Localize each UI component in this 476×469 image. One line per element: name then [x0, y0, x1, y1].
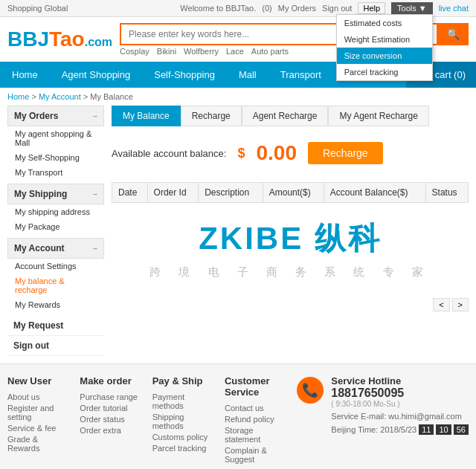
table-row-watermark: ZKIBE 纵科 跨 境 电 子 商 务 系 统 专 家	[112, 203, 469, 295]
table-pagination: < >	[112, 298, 469, 311]
col-date: Date	[112, 183, 148, 203]
footer-shipping-methods[interactable]: Shipping methods	[152, 413, 217, 430]
service-hotline-title: Service Hotline	[331, 375, 469, 386]
sidebar-link-self-shopping[interactable]: My Self-Shopping	[7, 150, 104, 165]
watermark-cn: 跨 境 电 子 商 务 系 统 专 家	[112, 265, 469, 279]
sidebar-title-account[interactable]: My Account −	[7, 238, 104, 259]
footer-order-extra[interactable]: Order extra	[80, 426, 144, 435]
footer-contact-us[interactable]: Contact us	[225, 404, 289, 413]
footer-parcel-tracking[interactable]: Parcel tracking	[152, 444, 217, 453]
welcome-text: Welcome to BBJTao.	[180, 4, 256, 13]
balance-info: Available account balance: $ 0.00 Rechar…	[112, 135, 469, 171]
minus-icon-2: −	[93, 190, 97, 198]
recharge-button[interactable]: Recharge	[308, 142, 383, 164]
footer-refund-policy[interactable]: Refund policy	[225, 415, 289, 424]
balance-table: Date Order Id Description Amount($) Acco…	[112, 182, 469, 294]
hot-search-bikini[interactable]: Bikini	[157, 47, 176, 56]
footer-register[interactable]: Register and setting	[7, 404, 72, 421]
footer-col-new-user-title: New User	[7, 375, 72, 386]
beijing-time: Beijing Time: 2018/5/23 11 10 56	[331, 424, 469, 435]
nav-transport[interactable]: Transport	[268, 62, 333, 87]
hot-search-lace[interactable]: Lace	[226, 47, 244, 56]
footer: New User About us Register and setting S…	[0, 363, 476, 469]
footer-about-us[interactable]: About us	[7, 392, 72, 401]
tab-my-agent-recharge[interactable]: My Agent Recharge	[328, 106, 428, 126]
footer-grade[interactable]: Grade & Rewards	[7, 435, 72, 453]
nav-self-shopping[interactable]: Self-Shopping	[142, 62, 227, 87]
tools-dropdown: Tools ▼ Estimated costs Weight Estimatio…	[391, 2, 433, 14]
logo-tao: Tao	[49, 28, 85, 51]
hot-search-cosplay[interactable]: Cosplay	[120, 47, 149, 56]
balance-amount: 0.00	[256, 141, 297, 165]
footer-storage-statement[interactable]: Storage statement	[225, 426, 289, 444]
breadcrumb-home[interactable]: Home	[7, 92, 29, 101]
top-bar: Shopping Global Welcome to BBJTao. (0) M…	[0, 0, 476, 17]
footer-col-make-order: Make order Purchase range Order tutorial…	[80, 375, 144, 466]
footer-payment-methods[interactable]: Payment methods	[152, 392, 217, 410]
sidebar-link-transport[interactable]: My Transport	[7, 165, 104, 180]
footer-purchase-range[interactable]: Purchase range	[80, 392, 144, 401]
hot-search-wolfberry[interactable]: Wolfberry	[184, 47, 219, 56]
watermark-en: ZKIBE 纵科	[112, 218, 469, 259]
footer-service: 📞 Service Hotline 18817650095 ( 9:30-18:…	[297, 375, 469, 466]
service-details: Service Hotline 18817650095 ( 9:30-18:00…	[331, 375, 469, 435]
sidebar-link-rewards[interactable]: My Rewards	[7, 297, 104, 312]
time-hour: 11	[419, 424, 434, 435]
footer-order-tutorial[interactable]: Order tutorial	[80, 404, 144, 413]
nav-home[interactable]: Home	[0, 62, 50, 87]
help-button[interactable]: Help	[358, 2, 385, 14]
balance-tabs: My Balance Recharge Agent Recharge My Ag…	[112, 106, 469, 126]
tab-agent-recharge[interactable]: Agent Recharge	[242, 106, 329, 126]
page-prev-button[interactable]: <	[433, 298, 449, 311]
footer-complain[interactable]: Complain & Suggest	[225, 446, 289, 464]
footer-order-status[interactable]: Order status	[80, 415, 144, 424]
cart-label: cart (0)	[435, 69, 466, 80]
search-button[interactable]: 🔍	[438, 23, 469, 45]
tab-my-balance[interactable]: My Balance	[112, 106, 181, 126]
sidebar-section-orders: My Orders − My agent shopping & Mall My …	[7, 106, 104, 180]
breadcrumb: Home > My Account > My Balance	[0, 88, 476, 106]
hot-search-autoparts[interactable]: Auto parts	[251, 47, 289, 56]
tools-menu-item-weight[interactable]: Weight Estimation	[337, 31, 432, 48]
sidebar-link-account-settings[interactable]: Account Settings	[7, 259, 104, 274]
footer-service-fee[interactable]: Service & fee	[7, 424, 72, 433]
logo-bbj: BBJ	[7, 28, 49, 51]
tools-label: Tools	[397, 4, 416, 13]
service-hours: ( 9:30-18:00 Mo-Su )	[331, 400, 469, 408]
tab-recharge[interactable]: Recharge	[181, 106, 242, 126]
sidebar-title-shipping[interactable]: My Shipping −	[7, 184, 104, 204]
sidebar-item-signout[interactable]: Sign out	[7, 336, 104, 356]
sign-out-link[interactable]: Sign out	[322, 4, 352, 13]
footer-col-pay-ship-title: Pay & Ship	[152, 375, 217, 386]
logo-com: .com	[85, 36, 112, 48]
sidebar-link-balance[interactable]: My balance & recharge	[7, 274, 104, 297]
footer-customs-policy[interactable]: Customs policy	[152, 433, 217, 441]
tools-button[interactable]: Tools ▼	[391, 2, 433, 14]
tools-menu-item-parcel[interactable]: Parcel tracking	[337, 64, 432, 80]
sidebar-section-account: My Account − Account Settings My balance…	[7, 238, 104, 312]
sidebar-title-orders[interactable]: My Orders −	[7, 106, 104, 126]
sidebar-link-agent-mall[interactable]: My agent shopping & Mall	[7, 126, 104, 150]
tools-menu-item-estimated[interactable]: Estimated costs	[337, 15, 432, 31]
chevron-down-icon: ▼	[419, 4, 427, 13]
live-chat-button[interactable]: live chat	[439, 4, 469, 13]
footer-col-make-order-title: Make order	[80, 375, 144, 386]
minus-icon-3: −	[93, 245, 97, 253]
sidebar-link-shipping-address[interactable]: My shipping address	[7, 204, 104, 219]
time-min: 10	[436, 424, 451, 435]
col-status: Status	[425, 183, 468, 203]
sidebar-link-package[interactable]: My Package	[7, 219, 104, 234]
nav-agent-shopping[interactable]: Agent Shopping	[50, 62, 143, 87]
nav-mall[interactable]: Mall	[227, 62, 268, 87]
logo[interactable]: BBJTao.com	[7, 28, 112, 51]
top-bar-right: Welcome to BBJTao. (0) My Orders Sign ou…	[180, 2, 469, 14]
sidebar-item-request[interactable]: My Request	[7, 316, 104, 336]
page-next-button[interactable]: >	[452, 298, 469, 311]
time-sec: 56	[454, 424, 469, 435]
footer-col-customer-service: Customer Service Contact us Refund polic…	[225, 375, 289, 466]
my-orders-link[interactable]: My Orders	[278, 4, 316, 13]
tools-menu-item-size[interactable]: Size conversion	[337, 48, 432, 64]
breadcrumb-account[interactable]: My Account	[39, 92, 81, 101]
sidebar-section-shipping: My Shipping − My shipping address My Pac…	[7, 184, 104, 234]
footer-col-pay-ship: Pay & Ship Payment methods Shipping meth…	[152, 375, 217, 466]
